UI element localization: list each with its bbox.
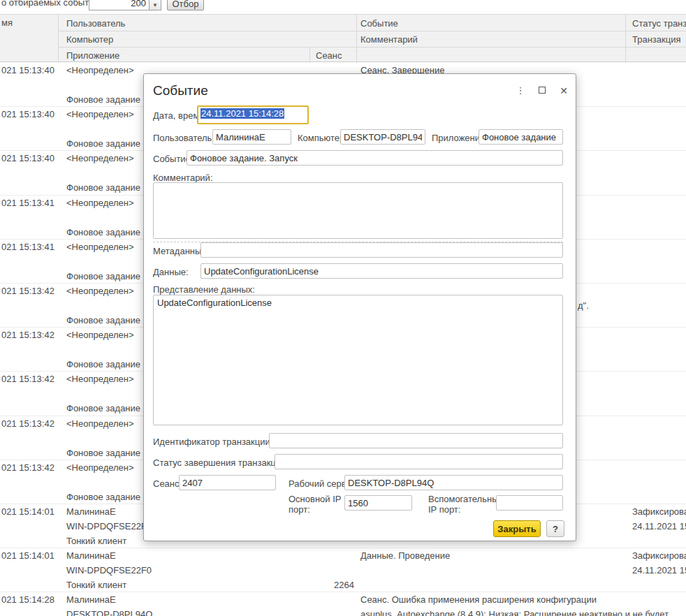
cell-application: Фоновое задание [66,404,140,413]
aux-port-label: Вспомогательный IP порт: [428,494,502,515]
session-field[interactable] [179,475,276,490]
computer-field[interactable] [340,129,425,145]
cell-datetime: 021 15:13:42 [1,463,54,473]
user-label: Пользователь: [153,133,214,143]
event-log-screen: о отбираемых событий: ▼ Отбор мя Пользов… [0,0,686,616]
event-field[interactable] [187,150,563,166]
cell-user: МалининаЕ [66,507,116,517]
data-label: Данные: [153,267,189,277]
transaction-status-field[interactable] [275,454,563,469]
event-dialog: Событие ⋮ ✕ Дата, время: 24.11.2021 15:1… [143,73,576,541]
cell-user: <Неопределен> [66,110,134,119]
cell-datetime: 021 15:14:01 [1,551,54,561]
cell-application: Тонкий клиент [66,580,126,590]
cell-session: 2264 [309,580,354,590]
maximize-icon[interactable] [536,85,548,97]
cell-datetime: 021 15:14:28 [1,595,54,605]
cell-transaction: 24.11.2021 15:1 [632,566,686,575]
header-divider [58,31,686,31]
transaction-id-field[interactable] [269,433,563,448]
cell-datetime: 021 15:13:42 [1,419,54,429]
comment-textarea[interactable] [153,182,563,239]
cell-datetime: 021 15:14:01 [1,507,54,517]
cell-user: МалининаЕ [66,551,116,561]
main-port-label: Основной IP порт: [289,494,346,515]
cell-user: <Неопределен> [66,198,134,208]
cell-datetime: 021 15:13:40 [1,110,54,119]
application-field[interactable] [479,129,563,145]
header-divider [58,15,59,63]
header-divider [309,47,310,63]
table-header: мя Пользователь Компьютер Приложение Сеа… [0,14,686,62]
cell-user: МалининаЕ [66,595,116,605]
main-port-field[interactable] [344,495,412,511]
data-field[interactable] [200,263,563,279]
cell-user: <Неопределен> [66,242,134,252]
cell-computer: WIN-DPDQFSE22F0 [66,522,152,531]
cell-datetime: 021 15:13:42 [1,330,54,340]
datetime-field[interactable]: 24.11.2021 15:14:28 [197,105,309,124]
cell-datetime: 021 15:13:42 [1,374,54,384]
aux-port-field[interactable] [496,495,563,511]
cell-application: Фоновое задание [66,492,140,502]
cell-user: <Неопределен> [66,419,134,429]
header-computer: Компьютер [66,34,113,45]
help-button[interactable]: ? [546,520,564,537]
events-count-input[interactable] [89,0,149,10]
cell-datetime: 021 15:13:42 [1,286,54,296]
cell-application: Фоновое задание [66,360,140,369]
cell-application: Фоновое задание [66,183,140,193]
cell-application: Фоновое задание [66,448,140,458]
cell-datetime: 021 15:13:40 [1,66,54,75]
header-event: Событие [360,18,398,29]
cell-datetime: 021 15:13:40 [1,154,54,163]
transaction-id-label: Идентификатор транзакции: [153,437,272,447]
transaction-status-label: Статус завершения транзакции: [153,457,289,468]
datetime-selected-text: 24.11.2021 15:14:28 [200,108,284,119]
cell-application: Фоновое задание [66,272,140,281]
cell-user: <Неопределен> [66,66,134,75]
cell-computer: DESKTOP-D8PL94Q [66,610,152,616]
server-field[interactable] [344,475,563,490]
header-transaction: Транзакция [632,34,680,45]
close-icon[interactable]: ✕ [557,85,570,97]
table-row[interactable]: 021 15:14:01 МалининаЕ WIN-DPDQFSE22F0 Т… [0,548,686,592]
cell-application: Фоновое задание [66,139,140,149]
cell-comment-fragment: д". [578,301,589,311]
metadata-field[interactable] [200,242,563,258]
more-menu-icon[interactable]: ⋮ [514,85,527,97]
cell-datetime: 021 15:13:41 [1,242,54,252]
cell-status: Зафиксирована [632,551,686,561]
header-status: Статус транза [632,18,686,29]
cell-application: Фоновое задание [66,316,140,325]
toolbar: о отбираемых событий: ▼ Отбор [0,0,686,14]
data-presentation-label: Представление данных: [153,284,255,295]
session-label: Сеанс: [153,478,182,489]
header-session: Сеанс [316,50,342,61]
cell-datetime: 021 15:13:41 [1,198,54,208]
header-datetime: мя [1,17,13,28]
header-user: Пользователь [66,18,125,29]
cell-user: <Неопределен> [66,463,134,473]
cell-application: Фоновое задание [66,95,140,105]
cell-event: Сеанс. Ошибка применения расширения конф… [360,595,597,605]
header-comment: Комментарий [360,34,418,45]
cell-application: Тонкий клиент [66,536,126,546]
cell-computer: WIN-DPDQFSE22F0 [66,566,152,575]
filter-button[interactable]: Отбор [167,0,204,10]
cell-user: <Неопределен> [66,330,134,340]
user-field[interactable] [212,129,291,145]
cell-comment: asuplus_Autoexchange (8.4.9): Низкая: Ра… [360,610,669,616]
header-divider [58,47,686,47]
events-count-label: о отбираемых событий: [1,0,101,8]
cell-event: Данные. Проведение [360,551,450,561]
dialog-title: Событие [153,83,208,98]
header-divider [625,15,626,63]
cell-application: Фоновое задание [66,228,140,237]
table-row[interactable]: 021 15:14:28 МалининаЕ DESKTOP-D8PL94Q С… [0,592,686,616]
close-button[interactable]: Закрыть [493,520,541,537]
comment-label: Комментарий: [153,173,213,183]
count-spinner-dropdown[interactable]: ▼ [149,0,161,10]
data-presentation-textarea[interactable]: UpdateConfigurationLicense [153,295,563,425]
cell-user: <Неопределен> [66,374,134,384]
